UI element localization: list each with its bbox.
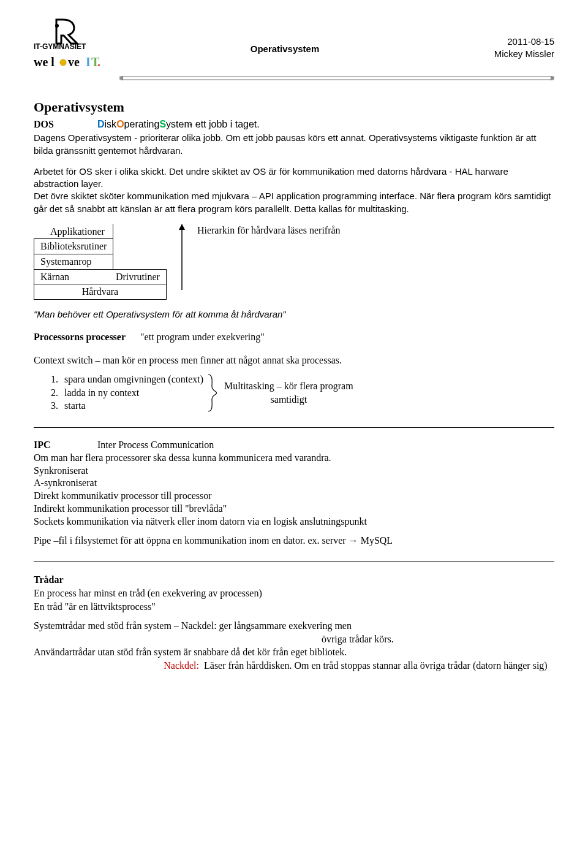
- ipc-line-6: Sockets kommunikation via nätverk eller …: [34, 516, 554, 528]
- svg-point-3: [60, 59, 66, 66]
- dos-letter-o: O: [116, 119, 124, 129]
- step2-num: 2.: [51, 386, 62, 400]
- step-1: 1. spara undan omgivningen (context): [51, 373, 203, 386]
- page-title: Operativsystem: [34, 98, 554, 116]
- multitask-line1: Multitasking – kör flera program: [224, 379, 353, 393]
- dos-tail: - ett jobb i taget.: [189, 119, 260, 129]
- curly-brace-icon: [203, 373, 224, 413]
- step1-num: 1.: [51, 373, 62, 386]
- svg-point-0: [55, 24, 59, 28]
- section-divider-2: [34, 562, 554, 562]
- step-3: 3. starta: [51, 399, 203, 413]
- step3-text: starta: [64, 400, 86, 411]
- threads-section: Trådar En process har minst en tråd (en …: [34, 573, 554, 672]
- ipc-line-5: Indirekt kommunikation processor till "b…: [34, 503, 554, 516]
- logo-icon: IT-GYMNASIET we l ve I T .: [34, 18, 107, 74]
- context-switch-steps: 1. spara undan omgivningen (context) 2. …: [34, 373, 554, 413]
- ipc-line-1: Om man har flera processorer ska dessa k…: [34, 452, 554, 465]
- threads-heading: Trådar: [34, 573, 554, 587]
- multitask-line2: samtidigt: [224, 393, 353, 406]
- dos-mid1: isk: [105, 119, 117, 129]
- step-2: 2. ladda in ny context: [51, 386, 203, 400]
- intro-para-2b: Det övre skiktet sköter kommunikation me…: [34, 190, 554, 215]
- svg-text:we l: we l: [34, 55, 55, 69]
- dos-letter-d: D: [97, 119, 105, 129]
- step3-num: 3.: [51, 399, 62, 413]
- ipc-pipe: Pipe –fil i filsystemet för att öppna en…: [34, 535, 554, 547]
- step1-text: spara undan omgivningen (context): [64, 374, 203, 384]
- threads-sys-a: Systemtrådar med stöd från system – Nack…: [34, 619, 554, 633]
- header-title: Operativsystem: [119, 18, 450, 55]
- hierarchy-arrow: [167, 224, 197, 291]
- page-header: IT-GYMNASIET we l ve I T . Operativsyste…: [34, 18, 554, 74]
- proc-subdesc: "ett program under exekvering": [140, 332, 265, 342]
- intro-para-2a: Arbetet för OS sker i olika skickt. Det …: [34, 166, 554, 191]
- school-logo: IT-GYMNASIET we l ve I T .: [34, 18, 119, 74]
- intro-para-1: Dagens Operativsystem - prioriterar olik…: [34, 132, 554, 157]
- proc-heading-line: Processorns processer "ett program under…: [34, 330, 554, 344]
- header-author: Mickey Missler: [450, 48, 554, 60]
- ipc-term: IPC: [34, 439, 95, 452]
- context-switch-para: Context switch – man kör en process men …: [34, 354, 554, 367]
- nackdel-body: Läser från hårddisken. Om en tråd stoppa…: [204, 659, 554, 672]
- svg-text:ve: ve: [68, 55, 80, 69]
- threads-sys-b: övriga trådar körs.: [34, 633, 554, 646]
- hier-karnan: Kärnan: [34, 269, 113, 284]
- hierarchy-block: Applikationer Biblioteksrutiner Systeman…: [34, 224, 554, 300]
- header-date: 2011-08-15: [450, 36, 554, 48]
- ipc-line-2: Synkroniserat: [34, 465, 554, 478]
- hier-applikationer: Applikationer: [34, 224, 113, 239]
- svg-text:IT-GYMNASIET: IT-GYMNASIET: [34, 42, 86, 51]
- hier-biblioteksrutiner: Biblioteksrutiner: [34, 239, 113, 254]
- threads-nackdel: Nackdel: Läser från hårddisken. Om en tr…: [34, 659, 554, 672]
- multitask-note: Multitasking – kör flera program samtidi…: [224, 379, 353, 406]
- threads-user: Användartrådar utan stöd från system är …: [34, 645, 554, 659]
- steps-list: 1. spara undan omgivningen (context) 2. …: [34, 373, 203, 413]
- dos-mid2: perating: [124, 119, 160, 129]
- threads-line2: En tråd "är en lättviktsprocess": [34, 600, 554, 614]
- step2-text: ladda in ny context: [64, 387, 139, 398]
- nackdel-label: Nackdel:: [34, 659, 204, 672]
- threads-line1: En process har minst en tråd (en exekver…: [34, 587, 554, 600]
- svg-text:.: .: [97, 55, 100, 69]
- hier-drivrutiner: Drivrutiner: [113, 269, 166, 284]
- divider-ornament: [119, 75, 554, 80]
- proc-heading: Processorns processer: [34, 332, 126, 342]
- hierarchy-caption: Hierarkin för hårdvara läses nerifrån: [197, 224, 341, 237]
- hier-hardvara: Hårdvara: [34, 284, 167, 300]
- ipc-section: IPC Inter Process Communication Om man h…: [34, 439, 554, 547]
- dos-term: DOS: [34, 118, 95, 131]
- dos-mid3: ystem: [166, 119, 192, 129]
- ipc-line-4: Direkt kommunikativ processor till proce…: [34, 490, 554, 503]
- dos-letter-s: S: [159, 119, 166, 129]
- os-quote: "Man behöver ett Operativsystem för att …: [34, 308, 554, 321]
- ipc-expansion: Inter Process Communication: [97, 440, 214, 450]
- svg-marker-11: [179, 224, 185, 230]
- hier-systemanrop: Systemanrop: [34, 254, 113, 269]
- section-divider-1: [34, 427, 554, 428]
- hierarchy-table: Applikationer Biblioteksrutiner Systeman…: [34, 224, 167, 300]
- ipc-line-3: A-synkroniserat: [34, 477, 554, 490]
- header-meta: 2011-08-15 Mickey Missler: [450, 18, 554, 61]
- dos-definition: DOS DiskOperatingSystem - ett jobb i tag…: [34, 118, 554, 131]
- svg-text:I: I: [86, 55, 91, 69]
